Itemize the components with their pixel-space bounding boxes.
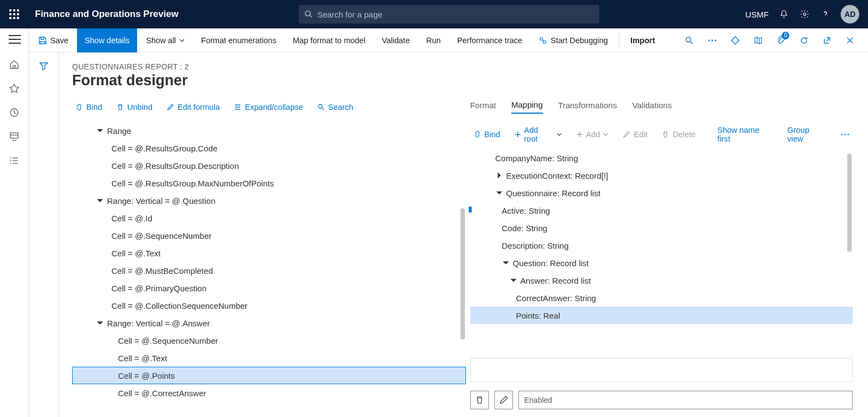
tree-row[interactable]: Cell = @.Text [72,244,466,262]
popout-icon[interactable] [819,31,835,50]
tab-validations[interactable]: Validations [632,101,671,113]
tree-row[interactable]: Points: Real [470,307,853,324]
tree-search-button[interactable]: Search [314,101,357,114]
global-search[interactable] [299,5,599,24]
workspace-icon[interactable] [9,131,20,142]
tab-format[interactable]: Format [470,101,497,113]
map-format-to-model-button[interactable]: Map format to model [285,28,373,52]
mapping-bind-button[interactable]: Bind [470,128,504,141]
tree-row[interactable]: Range: Vertical = @.Question [72,192,466,209]
save-button[interactable]: Save [31,28,76,52]
tree-row[interactable]: ExecutionContext: Record[!] [470,167,853,184]
avatar[interactable]: AD [841,5,859,24]
svg-point-3 [540,37,543,40]
company-selector[interactable]: USMF [746,10,769,19]
more-icon[interactable] [704,31,721,50]
tree-row[interactable]: CorrectAnswer: String [470,289,853,307]
group-view-button[interactable]: Group view [784,124,830,145]
bind-button[interactable]: Bind [72,101,105,114]
tree-label: Cell = @.SequenceNumber [118,336,218,345]
format-tree[interactable]: RangeCell = @.ResultsGroup.CodeCell = @.… [72,122,466,417]
tree-label: ExecutionContext: Record[!] [506,171,609,180]
add-root-button[interactable]: Add root [511,124,565,145]
tree-row[interactable]: Questionnaire: Record list [470,184,853,202]
format-enumerations-button[interactable]: Format enumerations [193,28,284,52]
import-button[interactable]: Import [623,28,663,52]
tab-transformations[interactable]: Transformations [558,101,617,113]
svg-point-8 [708,39,710,41]
tree-row[interactable]: Cell = @.ResultsGroup.Code [72,139,466,157]
scrollbar[interactable] [460,208,465,339]
tree-row[interactable]: Cell = @.CorrectAnswer [72,384,466,402]
enabled-field[interactable]: Enabled [518,391,853,409]
toolbar-search-icon[interactable] [681,31,698,50]
map-icon[interactable] [750,31,766,50]
show-name-first-button[interactable]: Show name first [714,124,776,145]
tree-row[interactable]: Cell = @.MustBeCompleted [72,262,466,279]
run-button[interactable]: Run [418,28,448,52]
mapping-tree[interactable]: CompanyName: StringExecutionContext: Rec… [470,149,853,351]
mapping-more-icon[interactable] [837,131,853,138]
app-launcher-icon[interactable] [0,0,28,28]
tree-row[interactable]: Description: String [470,237,853,254]
tree-row[interactable]: Cell = @.Points [72,367,466,384]
tree-row[interactable]: Cell = @.PrimaryQuestion [72,279,466,297]
tree-row[interactable]: Answer: Record list [470,272,853,289]
tree-row[interactable]: CompanyName: String [470,149,853,167]
attach-icon[interactable]: 0 [773,31,789,50]
tree-label: Cell = @.Points [118,371,175,380]
tree-row[interactable]: Cell = @.SequenceNumber [72,332,466,349]
close-icon[interactable] [842,31,858,50]
performance-trace-button[interactable]: Performance trace [450,28,530,52]
start-debugging-button[interactable]: Start Debugging [531,28,616,52]
help-icon[interactable] [820,9,831,20]
show-details-button[interactable]: Show details [77,28,137,52]
unbind-button[interactable]: Unbind [113,101,156,114]
edit-formula-button[interactable]: Edit formula [163,101,223,114]
trash-icon [662,131,669,138]
tree-row[interactable]: Range: Vertical = @.Answer [72,314,466,332]
expand-collapse-button[interactable]: Expand/collapse [231,101,306,114]
bell-icon[interactable] [778,9,789,20]
tree-label: Cell = @.Id [111,214,152,223]
tree-label: Cell = @.Text [118,354,167,363]
tree-row[interactable]: Question: Record list [470,254,853,272]
tree-label: Cell = @.PrimaryQuestion [111,284,206,293]
global-search-input[interactable] [317,10,594,19]
scrollbar[interactable] [847,154,852,252]
delete-condition-button[interactable] [470,391,489,409]
tree-label: Answer: Record list [521,276,591,285]
tree-label: Cell = @.ResultsGroup.Code [111,144,217,153]
tree-row[interactable]: Code: String [470,219,853,237]
tree-row[interactable]: Active: String [470,202,853,219]
filter-icon[interactable] [39,61,49,417]
tree-row[interactable]: Range [72,122,466,139]
show-all-button[interactable]: Show all [138,28,192,52]
refresh-icon[interactable] [796,31,812,50]
gear-icon[interactable] [799,9,810,20]
home-icon[interactable] [9,59,20,70]
mapping-pane: ▮ Format Mapping Transformations Validat… [470,97,869,417]
formula-bar[interactable] [470,358,853,382]
edit-condition-button[interactable] [494,391,513,409]
tree-row[interactable]: Cell = @.Text [72,349,466,367]
tree-label: Cell = @.ResultsGroup.Description [111,161,239,171]
modules-icon[interactable] [9,155,20,166]
trash-icon [116,103,124,111]
svg-line-5 [542,40,544,41]
star-icon[interactable] [9,83,20,94]
tree-label: Range: Vertical = @.Question [107,196,215,205]
tree-row[interactable]: Cell = @.SequenceNumber [72,227,466,244]
validate-button[interactable]: Validate [374,28,417,52]
svg-point-24 [845,134,846,136]
tab-mapping[interactable]: Mapping [511,100,543,114]
tree-row[interactable]: Cell = @.CollectionSequenceNumber [72,297,466,314]
recent-icon[interactable] [9,107,20,118]
diamond-icon[interactable] [727,31,743,50]
tree-row[interactable]: Cell = @.Id [72,209,466,227]
tree-row[interactable]: Cell = @.ResultsGroup.Description [72,157,466,174]
breadcrumb: QUESTIONNAIRES REPORT : 2 [72,62,868,71]
tree-label: Cell = @.SequenceNumber [111,231,211,240]
tree-row[interactable]: Cell = @.ResultsGroup.MaxNumberOfPoints [72,174,466,192]
hamburger-icon[interactable] [9,35,21,44]
